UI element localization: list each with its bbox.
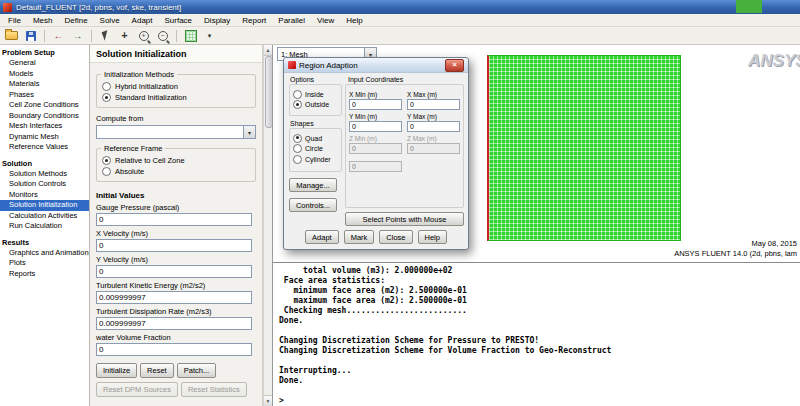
select-points-with-mouse-button[interactable]: Select Points with Mouse: [345, 212, 464, 226]
y-velocity-input[interactable]: [96, 265, 252, 278]
dialog-titlebar[interactable]: Region Adaption ×: [284, 58, 468, 73]
menu-display[interactable]: Display: [198, 14, 236, 27]
plot-stamp: May 08, 2015 ANSYS FLUENT 14.0 (2d, pbns…: [674, 239, 797, 258]
menu-solve[interactable]: Solve: [94, 14, 126, 27]
tree-item-solution-initialization[interactable]: Solution Initialization: [0, 200, 89, 211]
patch-button[interactable]: Patch...: [177, 363, 216, 378]
close-button[interactable]: Close: [379, 230, 412, 244]
controls-button[interactable]: Controls...: [289, 198, 337, 212]
menu-report[interactable]: Report: [236, 14, 272, 27]
tree-item-boundary-conditions[interactable]: Boundary Conditions: [0, 111, 89, 122]
outside-label: Outside: [305, 101, 329, 108]
console-output[interactable]: total volume (m3): 2.000000e+02 Face are…: [272, 262, 800, 406]
quad-label: Quad: [305, 135, 322, 142]
tree-item-cell-zone-conditions[interactable]: Cell Zone Conditions: [0, 100, 89, 111]
toolbar-dropdown[interactable]: ▾: [201, 29, 218, 43]
initialize-button[interactable]: Initialize: [96, 363, 137, 378]
pan-tool-button[interactable]: +: [116, 29, 133, 43]
save-icon: [26, 31, 36, 41]
pointer-tool-button[interactable]: [97, 29, 114, 43]
help-button[interactable]: Help: [418, 230, 447, 244]
stamp-date: May 08, 2015: [674, 239, 797, 249]
adapt-button[interactable]: Adapt: [305, 230, 339, 244]
window-titlebar[interactable]: Default_FLUENT [2d, pbns, vof, ske, tran…: [0, 0, 800, 14]
tree-item-mesh-interfaces[interactable]: Mesh Interfaces: [0, 121, 89, 132]
quad-radio[interactable]: Quad: [293, 134, 338, 143]
menu-help[interactable]: Help: [340, 14, 368, 27]
redo-button[interactable]: →: [69, 29, 86, 43]
tree-item-graphics-and-animations[interactable]: Graphics and Animations: [0, 248, 89, 259]
tree-item-general[interactable]: General: [0, 58, 89, 69]
main-toolbar: ← → + + − ▾: [0, 27, 800, 45]
panel-scrollbar[interactable]: ▲ ▼: [263, 45, 272, 406]
tree-item-monitors[interactable]: Monitors: [0, 190, 89, 201]
open-file-button[interactable]: [3, 29, 20, 43]
x-min-input[interactable]: [349, 99, 402, 110]
y-min-label: Y Min (m): [349, 113, 402, 120]
menu-view[interactable]: View: [311, 14, 340, 27]
undo-button[interactable]: ←: [50, 29, 67, 43]
close-icon[interactable]: ×: [445, 59, 464, 72]
relative-to-cell-zone-label: Relative to Cell Zone: [115, 156, 185, 165]
menu-file[interactable]: File: [2, 14, 27, 27]
turbulent-dissipation-rate-input[interactable]: [96, 317, 252, 330]
undo-arrow-icon: ←: [54, 31, 64, 41]
circle-radio[interactable]: Circle: [293, 144, 338, 153]
reference-frame-label: Reference Frame: [101, 144, 165, 153]
manage-button[interactable]: Manage...: [289, 178, 337, 192]
reset-button[interactable]: Reset: [140, 363, 174, 378]
tree-item-models[interactable]: Models: [0, 69, 89, 80]
standard-initialization-radio[interactable]: Standard Initialization: [102, 93, 250, 102]
water-volume-fraction-input[interactable]: [96, 343, 252, 356]
zoom-in-button[interactable]: +: [135, 29, 152, 43]
menu-surface[interactable]: Surface: [159, 14, 199, 27]
tree-item-run-calculation[interactable]: Run Calculation: [0, 221, 89, 232]
compute-from-dropdown[interactable]: ▾: [96, 125, 256, 139]
tree-item-materials[interactable]: Materials: [0, 79, 89, 90]
console-line: maximum face area (m2): 2.500000e-01: [279, 296, 800, 306]
absolute-radio[interactable]: Absolute: [102, 167, 250, 176]
x-max-input[interactable]: [407, 99, 460, 110]
mark-button[interactable]: Mark: [344, 230, 375, 244]
hybrid-initialization-radio[interactable]: Hybrid Initialization: [102, 82, 250, 91]
input-coordinates-label: Input Coordinates: [348, 76, 403, 83]
tree-item-dynamic-mesh[interactable]: Dynamic Mesh: [0, 132, 89, 143]
tree-item-reports[interactable]: Reports: [0, 269, 89, 280]
x-velocity-input[interactable]: [96, 239, 252, 252]
dialog-title: Region Adaption: [299, 61, 358, 70]
turbulent-dissipation-rate-label: Turbulent Dissipation Rate (m2/s3): [96, 307, 256, 316]
mesh-display-button[interactable]: [182, 29, 199, 43]
water-volume-fraction-label: water Volume Fraction: [96, 333, 256, 342]
tree-item-solution-methods[interactable]: Solution Methods: [0, 169, 89, 180]
cylinder-radio[interactable]: Cylinder: [293, 155, 338, 164]
turbulent-kinetic-energy-input[interactable]: [96, 291, 252, 304]
tree-item-calculation-activities[interactable]: Calculation Activities: [0, 211, 89, 222]
menu-define[interactable]: Define: [58, 14, 93, 27]
tree-item-solution-controls[interactable]: Solution Controls: [0, 179, 89, 190]
console-prompt[interactable]: >: [279, 396, 800, 406]
scroll-down-arrow-icon[interactable]: ▼: [264, 395, 272, 406]
outside-radio[interactable]: Outside: [293, 100, 338, 109]
reference-frame-group: Reference Frame Relative to Cell Zone Ab…: [96, 148, 256, 182]
redo-arrow-icon: →: [73, 31, 83, 41]
y-min-input[interactable]: [349, 121, 402, 132]
z-min-label: Z Min (m): [349, 135, 402, 142]
scroll-up-arrow-icon[interactable]: ▲: [264, 45, 272, 56]
initialization-methods-group: Initialization Methods Hybrid Initializa…: [96, 74, 256, 108]
zoom-out-button[interactable]: −: [154, 29, 171, 43]
absolute-label: Absolute: [115, 167, 144, 176]
save-button[interactable]: [22, 29, 39, 43]
tree-item-reference-values[interactable]: Reference Values: [0, 142, 89, 153]
menu-parallel[interactable]: Parallel: [272, 14, 311, 27]
menu-adapt[interactable]: Adapt: [126, 14, 159, 27]
y-max-input[interactable]: [407, 121, 460, 132]
inside-radio[interactable]: Inside: [293, 90, 338, 99]
tree-item-plots[interactable]: Plots: [0, 258, 89, 269]
cylinder-label: Cylinder: [305, 156, 331, 163]
console-line: total volume (m3): 2.000000e+02: [279, 266, 800, 276]
gauge-pressure-input[interactable]: [96, 213, 252, 226]
tree-item-phases[interactable]: Phases: [0, 90, 89, 101]
menu-mesh[interactable]: Mesh: [27, 14, 59, 27]
console-line: Checking mesh.........................: [279, 306, 800, 316]
relative-to-cell-zone-radio[interactable]: Relative to Cell Zone: [102, 156, 250, 165]
